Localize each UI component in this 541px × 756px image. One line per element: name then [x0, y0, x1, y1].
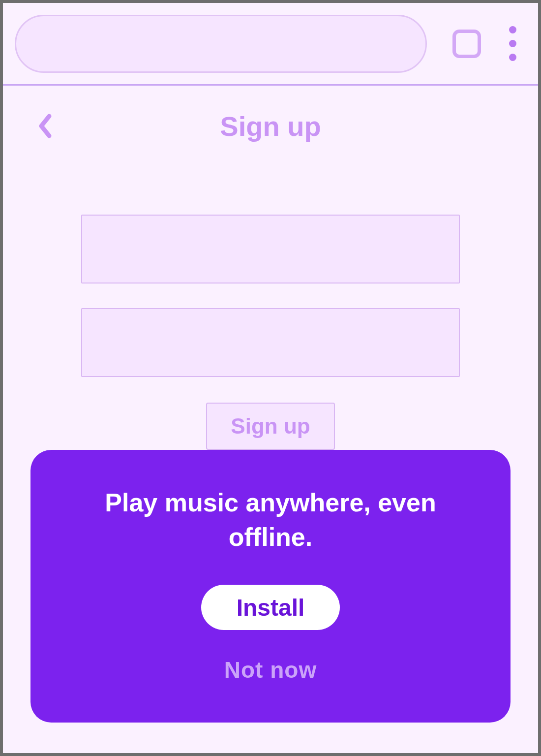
signup-button[interactable]: Sign up: [206, 403, 334, 450]
chevron-left-icon: [36, 112, 54, 140]
content-area: Sign up Sign up: [3, 92, 538, 473]
url-input[interactable]: [15, 15, 427, 73]
install-prompt-title: Play music anywhere, even offline.: [60, 485, 481, 554]
more-vert-icon: [509, 26, 516, 33]
tabs-button[interactable]: [452, 30, 481, 58]
overflow-menu-button[interactable]: [502, 26, 523, 61]
install-prompt: Play music anywhere, even offline. Insta…: [30, 450, 511, 723]
more-vert-icon: [509, 54, 516, 61]
more-vert-icon: [509, 40, 516, 47]
signup-field-2[interactable]: [81, 308, 460, 377]
signup-form: Sign up: [35, 215, 506, 450]
page-title: Sign up: [220, 110, 321, 142]
viewport: Sign up Sign up Play music anywhere, eve…: [3, 3, 538, 753]
page-header: Sign up: [35, 92, 506, 160]
signup-field-1[interactable]: [81, 215, 460, 284]
install-button[interactable]: Install: [201, 585, 340, 630]
dismiss-install-button[interactable]: Not now: [60, 657, 481, 683]
browser-toolbar: [3, 3, 538, 86]
back-button[interactable]: [36, 112, 54, 140]
